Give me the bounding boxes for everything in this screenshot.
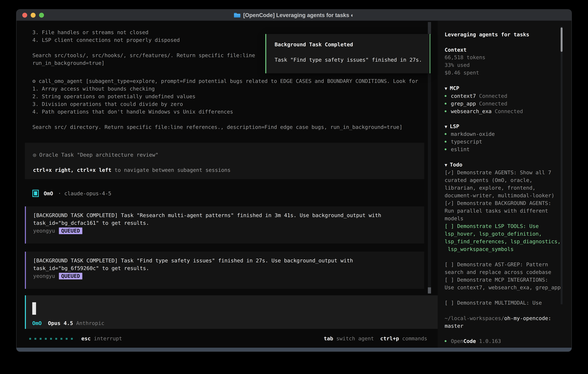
todo-line: search and replace across codebase [445, 269, 551, 275]
message-line: 1. Array access without bounds checking [32, 86, 155, 92]
agent-model: · claude-opus-4-5 [58, 190, 111, 197]
task-text: task_id="bg_dcfac161" to get results. [33, 220, 149, 226]
task-text: [BACKGROUND TASK COMPLETED] Task "Find t… [33, 258, 353, 264]
folder-icon [234, 13, 240, 18]
mcp-section-header[interactable]: ▼MCP [445, 85, 459, 92]
todo-line-current: lsp_workspace_symbols [445, 246, 514, 252]
oracle-task-hint: ctrl+x right, ctrl+x left to navigate be… [33, 167, 231, 173]
status-dot-icon [445, 95, 447, 97]
task-text: task_id="bg_6f59260c" to get results. [33, 265, 149, 271]
lsp-section-header[interactable]: ▼LSP [445, 123, 459, 130]
status-dot-icon [445, 340, 447, 342]
todo-line: document-writer, multimodal-looker) [445, 192, 555, 199]
context-tokens: 66,518 tokens [445, 54, 485, 61]
lsp-item: typescript [445, 139, 482, 145]
agent-name: OmO [44, 190, 53, 197]
chevron-down-icon: ▼ [445, 86, 447, 91]
window-bottom-edge [17, 348, 571, 352]
username: yeongyu [33, 228, 55, 234]
message-line: Search src/tools/, src/hooks/, src/featu… [32, 52, 255, 59]
git-branch: master [445, 323, 463, 329]
chat-pane: 3. File handles or streams not closed 4.… [17, 21, 438, 348]
text-cursor [32, 302, 36, 315]
chevron-down-icon: ▼ [445, 124, 447, 129]
background-task-notification: Background Task Completed Task "Find typ… [265, 34, 430, 73]
status-bar: esc interrupt tab switch agent ctrl+p co… [17, 335, 438, 343]
status-dot-icon [445, 103, 447, 104]
message-line: 3. Division operations that could divide… [32, 101, 183, 107]
todo-line: [✓] Demonstrate BACKGROUND AGENTS: [445, 200, 551, 206]
chat-scrollbar-thumb[interactable] [428, 287, 431, 293]
oracle-icon: ◎ [33, 152, 39, 158]
notification-title: Background Task Completed [275, 42, 353, 47]
prompt-input[interactable]: OmO Opus 4.5 Anthropic [25, 295, 440, 329]
todo-line: [ ] Demonstrate AST-GREP: Pattern [445, 261, 548, 268]
task-meta: yeongyuQUEUED [33, 228, 82, 234]
todo-line: [ ] Demonstrate MCP INTEGRATIONS: [445, 277, 548, 283]
shortcut-hints: tab switch agent ctrl+p commands [324, 335, 427, 342]
input-provider-name: Anthropic [76, 320, 104, 326]
input-model-name: Opus 4.5 [42, 320, 76, 326]
mcp-item: websearch_exa Connected [445, 108, 523, 114]
message-line: 3. File handles or streams not closed [32, 29, 148, 36]
oracle-task-panel: ◎ Oracle Task "Deep architecture review"… [25, 143, 424, 179]
context-spent: $0.46 spent [445, 70, 479, 76]
gear-icon: ⚙ [32, 78, 36, 84]
opencode-window: [OpenCode] Leveraging agents for tasks ◐… [16, 9, 572, 352]
lsp-item: markdown-oxide [445, 131, 495, 137]
todo-line: librarian, explore, frontend, [445, 185, 536, 191]
message-line: Search src/ directory. Return specific f… [32, 124, 402, 130]
agent-icon [32, 190, 39, 197]
sidebar-scrollbar-track[interactable] [561, 27, 563, 304]
message-line: 4. Path operations that don't handle Win… [32, 109, 233, 115]
message-line: run_in_background=true] [32, 60, 105, 66]
lsp-item: eslint [445, 146, 470, 153]
app-version: OpenCode 1.0.163 [445, 338, 501, 344]
window-title: [OpenCode] Leveraging agents for tasks ◐ [243, 12, 354, 18]
todo-line: [ ] Demonstrate MULTIMODAL: Use [445, 300, 542, 306]
todo-line-current: lsp_hover, lsp_goto_definition, [445, 231, 542, 237]
todo-line-current: [ ] Demonstrate LSP TOOLS: Use [445, 223, 539, 229]
status-dot-icon [445, 148, 447, 150]
sidebar-scrollbar-thumb[interactable] [561, 28, 563, 52]
context-used: 33% used [445, 62, 470, 68]
tool-call-line: ⚙ call_omo_agent [subagent_type=explore,… [32, 78, 418, 84]
mcp-item: grep_app Connected [445, 101, 507, 107]
task-text: [BACKGROUND TASK COMPLETED] Task "Resear… [33, 212, 381, 218]
todo-line: models [445, 215, 463, 222]
session-title: Leveraging agents for tasks [445, 31, 529, 38]
background-task-message: [BACKGROUND TASK COMPLETED] Task "Find t… [25, 252, 424, 289]
todo-line: curated agents (OmO, oracle, [445, 177, 532, 183]
task-meta: yeongyuQUEUED [33, 273, 82, 280]
context-heading: Context [445, 47, 467, 53]
status-badge: QUEUED [59, 273, 82, 280]
notification-body: Task "Find type safety issues" finished … [275, 57, 422, 63]
oracle-task-title: ◎ Oracle Task "Deep architecture review" [33, 152, 158, 158]
agent-header: OmO · claude-opus-4-5 [32, 190, 111, 197]
todo-line-current: lsp_find_references, lsp_diagnostics, [445, 238, 561, 245]
background-task-message: [BACKGROUND TASK COMPLETED] Task "Resear… [25, 206, 424, 244]
todo-line: Use context7, websearch_exa, grep_app [445, 284, 561, 291]
message-line: 4. LSP client connections not properly d… [32, 37, 180, 43]
mcp-item: context7 Connected [445, 93, 507, 99]
workspace-path: ~/local-workspaces/oh-my-opencode: [445, 315, 551, 322]
todo-line: Run parallel tasks with different [445, 208, 548, 214]
title-bar: [OpenCode] Leveraging agents for tasks ◐ [17, 10, 571, 21]
status-dot-icon [445, 141, 447, 143]
shortcut-interrupt: esc interrupt [81, 335, 122, 342]
session-sidebar: Leveraging agents for tasks Context 66,5… [438, 21, 571, 348]
input-agent-name: OmO [32, 320, 42, 326]
status-dot-icon [445, 133, 447, 135]
activity-dots [29, 338, 73, 340]
status-dot-icon [445, 110, 447, 112]
username: yeongyu [33, 273, 55, 279]
chat-scrollbar-top-segment [428, 22, 431, 35]
todo-section-header[interactable]: ▼Todo [445, 162, 462, 168]
message-line: 2. String operations on potentially unde… [32, 93, 195, 100]
model-row: OmO Opus 4.5 Anthropic [32, 320, 105, 326]
status-badge: QUEUED [59, 228, 82, 234]
chevron-down-icon: ▼ [445, 162, 447, 167]
todo-line: [✓] Demonstrate AGENTS: Show all 7 [445, 169, 551, 176]
